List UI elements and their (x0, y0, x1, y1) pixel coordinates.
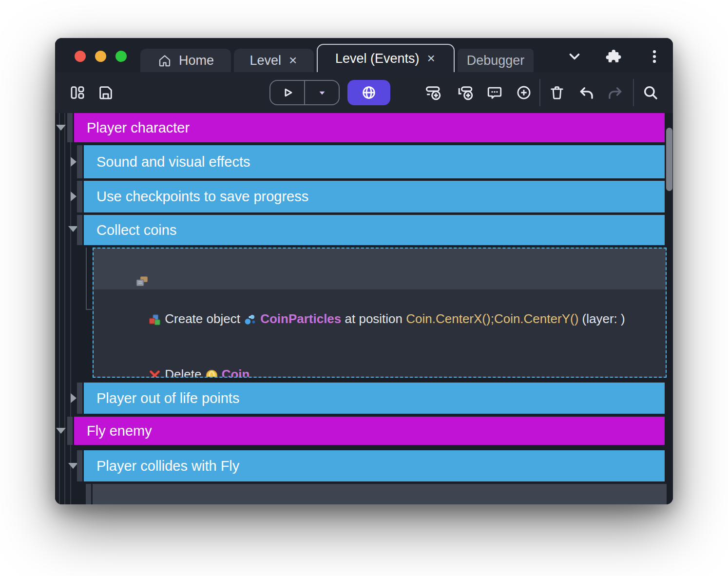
action-text: Delete (165, 367, 205, 378)
preview-split-button (269, 80, 340, 105)
group-label: Player collides with Fly (96, 458, 239, 474)
event-group-player-character[interactable]: Player character (74, 113, 665, 142)
event-drag-handle[interactable] (67, 113, 73, 142)
collapse-arrow[interactable] (68, 463, 78, 469)
tab-label: Home (179, 53, 214, 68)
close-tab-icon[interactable]: × (426, 52, 436, 65)
indent-guide (59, 113, 60, 504)
dropdown-caret-icon (316, 86, 328, 99)
event-drag-handle[interactable] (77, 450, 82, 481)
tab-label: Level (250, 53, 282, 68)
delete-button[interactable] (548, 84, 566, 101)
group-label: Sound and visual effects (96, 154, 250, 170)
tab-level[interactable]: Level × (234, 49, 314, 72)
panels-layout-button[interactable] (69, 84, 86, 101)
tab-level-events[interactable]: Level (Events) × (317, 44, 455, 72)
expand-arrow[interactable] (71, 393, 77, 403)
tab-debugger[interactable]: Debugger (458, 49, 534, 72)
action-expression: Coin.CenterX();Coin.CenterY() (406, 311, 578, 326)
search-button[interactable] (642, 84, 659, 101)
selected-event[interactable]: Player is in collision with Coin Add con… (93, 248, 667, 378)
globe-icon (361, 84, 377, 101)
extensions-puzzle-icon[interactable] (605, 48, 622, 65)
action-text: Create object (165, 311, 244, 326)
group-label: Player out of life points (96, 390, 239, 406)
search-icon (642, 84, 659, 101)
event-group-out-of-life[interactable]: Player out of life points (84, 383, 665, 414)
save-icon (97, 84, 114, 101)
add-event-icon (424, 84, 442, 101)
play-icon (280, 85, 295, 100)
app-window: Home Level × Level (Events) × Debugger (55, 38, 673, 504)
save-button[interactable] (97, 84, 115, 101)
event-drag-handle[interactable] (77, 181, 82, 212)
event-group-fly-enemy[interactable]: Fly enemy (74, 417, 665, 445)
collapse-arrow[interactable] (56, 125, 66, 131)
event-group-collect-coins[interactable]: Collect coins (84, 215, 665, 245)
action-text: (layer: ) (578, 311, 625, 326)
group-label: Collect coins (96, 222, 176, 238)
action-object: Coin (222, 367, 250, 378)
indent-guide (64, 113, 65, 504)
collapse-arrow[interactable] (68, 226, 78, 232)
play-preview-button[interactable] (270, 81, 304, 104)
expand-arrow[interactable] (71, 192, 77, 201)
indent-guide (86, 248, 87, 310)
event-group-sound-effects[interactable]: Sound and visual effects (84, 145, 665, 178)
minimize-window-button[interactable] (95, 51, 106, 62)
toolbar-divider (539, 79, 540, 106)
network-preview-button[interactable] (347, 80, 390, 105)
zoom-window-button[interactable] (115, 51, 127, 62)
undo-button[interactable] (577, 84, 595, 101)
redo-icon (607, 84, 624, 101)
event-drag-handle[interactable] (67, 417, 73, 445)
event-drag-handle[interactable] (86, 484, 91, 504)
events-sheet: Player character Sound and visual effect… (55, 113, 673, 504)
action-text: at position (341, 311, 406, 326)
particle-object-icon (244, 313, 257, 326)
delete-cross-icon (148, 369, 161, 378)
add-comment-button[interactable] (486, 84, 503, 101)
add-subevent-button[interactable] (457, 84, 474, 101)
event-drag-handle[interactable] (77, 215, 82, 245)
collision-icon (135, 275, 149, 288)
home-icon (157, 53, 172, 68)
event-group-checkpoints[interactable]: Use checkpoints to save progress (84, 181, 665, 212)
action-row-delete[interactable]: Delete Coin (113, 346, 666, 378)
coin-object-icon (205, 369, 218, 378)
tab-label: Debugger (467, 53, 525, 68)
sub-event-fly-dead[interactable]: GFly is dead (93, 484, 667, 504)
tab-label: Level (Events) (335, 51, 420, 66)
action-object: CoinParticles (260, 311, 341, 326)
add-circle-button[interactable] (515, 84, 533, 101)
toolbar-divider (633, 79, 634, 106)
tab-home[interactable]: Home (140, 49, 231, 72)
toolbar (55, 72, 673, 113)
undo-icon (578, 84, 594, 101)
comment-icon (486, 84, 503, 101)
chevron-down-icon[interactable] (566, 48, 583, 65)
title-bar: Home Level × Level (Events) × Debugger (55, 38, 673, 72)
add-subevent-icon (457, 84, 474, 101)
close-tab-icon[interactable]: × (288, 54, 298, 67)
action-row-create-object[interactable]: Create object CoinParticles at position … (113, 291, 666, 346)
close-window-button[interactable] (75, 51, 86, 62)
group-label: Fly enemy (87, 423, 152, 439)
indent-guide (86, 309, 92, 310)
actions-area: Create object CoinParticles at position … (94, 289, 666, 377)
group-label: Use checkpoints to save progress (96, 189, 308, 205)
redo-button[interactable] (607, 84, 624, 101)
scrollbar-thumb[interactable] (666, 128, 672, 191)
panels-layout-icon (69, 84, 86, 101)
group-label: Player character (87, 120, 190, 136)
event-group-player-collides-fly[interactable]: Player collides with Fly (84, 450, 665, 481)
event-drag-handle[interactable] (77, 145, 82, 178)
add-event-button[interactable] (424, 84, 442, 101)
preview-options-dropdown[interactable] (305, 81, 339, 104)
expand-arrow[interactable] (71, 157, 77, 167)
create-object-icon (148, 313, 161, 326)
event-drag-handle[interactable] (77, 383, 82, 414)
collapse-arrow[interactable] (56, 428, 66, 434)
trash-icon (549, 84, 565, 101)
kebab-menu-icon[interactable] (646, 48, 663, 65)
